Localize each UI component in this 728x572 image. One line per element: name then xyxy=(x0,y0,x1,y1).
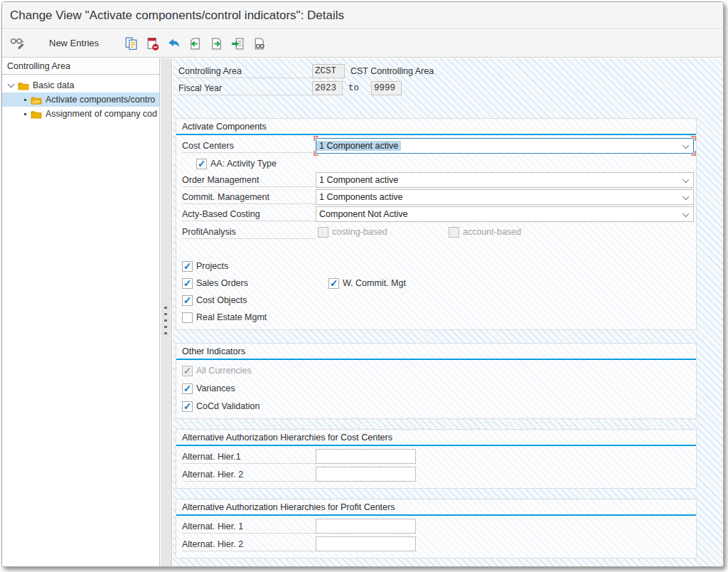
sap-window: Change View "Activate components/control… xyxy=(1,1,724,567)
copy-entry-button[interactable] xyxy=(120,33,141,54)
activate-components-group: Activate Components Cost Centers 1 Compo… xyxy=(176,118,697,330)
tree-node-label: Assignment of company cod xyxy=(46,107,157,121)
alternat-hier1-label: Alternat. Hier.1 xyxy=(182,450,316,464)
real-estate-mgmt-label: Real Estate Mgmt xyxy=(196,312,267,322)
commit-management-value: 1 Components active xyxy=(316,192,405,202)
delete-entry-icon xyxy=(145,36,160,51)
splitter-grip-icon[interactable] xyxy=(164,307,167,338)
focus-corner xyxy=(314,136,318,141)
alt-auth-cost-centers-group: Alternative Authorization Hierarchies fo… xyxy=(176,429,697,489)
aa-activity-type-checkbox[interactable]: ✓ xyxy=(196,159,207,169)
sales-orders-label: Sales Orders xyxy=(196,278,248,288)
cost-centers-select[interactable]: 1 Component active xyxy=(316,138,694,154)
next-entry-icon xyxy=(209,36,224,51)
variances-checkbox[interactable]: ✓ xyxy=(182,383,193,394)
title-bar: Change View "Activate components/control… xyxy=(2,2,723,29)
tree-node-label: Activate components/contro xyxy=(46,92,155,107)
group-title-rule xyxy=(176,134,696,135)
account-based-checkbox xyxy=(449,227,459,238)
commit-management-select[interactable]: 1 Components active xyxy=(316,189,694,205)
real-estate-mgmt-checkbox[interactable] xyxy=(182,312,193,323)
cost-objects-checkbox[interactable]: ✓ xyxy=(182,295,193,306)
all-currencies-checkbox: ✓ xyxy=(182,366,193,376)
chevron-down-icon xyxy=(682,176,689,183)
display-change-toggle-button[interactable] xyxy=(6,33,28,54)
controlling-area-description: CST Controlling Area xyxy=(350,64,434,78)
delete-entry-button[interactable] xyxy=(141,33,163,54)
order-management-label: Order Management xyxy=(182,173,316,187)
acty-based-costing-label: Acty-Based Costing xyxy=(182,207,316,221)
group-title: Alternative Authorization Hierarchies fo… xyxy=(182,501,395,514)
projects-checkbox[interactable]: ✓ xyxy=(182,261,193,272)
chevron-down-icon xyxy=(682,142,689,149)
bullet-icon xyxy=(24,99,26,101)
aa-activity-type-label: AA: Activity Type xyxy=(210,159,277,169)
focus-corner xyxy=(691,151,696,156)
alternat-hier2-label: Alternat. Hier. 2 xyxy=(182,537,316,551)
bullet-icon xyxy=(24,113,26,115)
cocd-validation-checkbox[interactable]: ✓ xyxy=(182,401,193,412)
new-entries-button[interactable]: New Entries xyxy=(41,33,107,54)
group-title: Other Indicators xyxy=(182,345,245,358)
acty-based-costing-select[interactable]: Component Not Active xyxy=(316,206,694,222)
cost-centers-value: 1 Component active xyxy=(316,141,401,151)
cost-objects-label: Cost Objects xyxy=(196,295,247,305)
controlling-area-label: Controlling Area xyxy=(178,64,312,78)
previous-entry-button[interactable] xyxy=(184,33,205,54)
alternat-hier2-input[interactable] xyxy=(316,536,416,551)
costing-based-checkbox xyxy=(318,227,328,238)
tree-node-assignment-company-codes[interactable]: Assignment of company cod xyxy=(2,107,159,121)
undo-button[interactable] xyxy=(163,33,184,54)
account-based-label: account-based xyxy=(463,227,521,237)
alternat-hier2-input[interactable] xyxy=(316,467,416,482)
display-entry-icon xyxy=(252,36,267,51)
display-entry-button[interactable] xyxy=(248,33,269,54)
tree-header: Controlling Area xyxy=(2,58,159,75)
fiscal-year-label: Fiscal Year xyxy=(178,81,312,95)
group-title-rule xyxy=(176,445,696,446)
tree-node-activate-components[interactable]: Activate components/contro xyxy=(2,92,159,107)
focus-corner xyxy=(691,136,696,141)
projects-label: Projects xyxy=(196,261,228,271)
group-title: Activate Components xyxy=(182,120,267,133)
alternat-hier1-label: Alternat. Hier. 1 xyxy=(182,519,316,534)
fiscal-year-from-field: 2023 xyxy=(312,81,343,95)
alt-auth-profit-centers-group: Alternative Authorization Hierarchies fo… xyxy=(176,499,697,558)
open-folder-icon xyxy=(31,95,42,105)
previous-entry-icon xyxy=(188,36,203,51)
other-indicators-group: Other Indicators ✓ All Currencies ✓ Vari… xyxy=(176,343,697,419)
cocd-validation-label: CoCd Validation xyxy=(196,401,259,411)
navigation-tree-panel: Controlling Area Basic data Activate com… xyxy=(2,58,160,566)
display-change-toggle-icon xyxy=(10,36,25,51)
all-currencies-label: All Currencies xyxy=(196,366,252,376)
panel-splitter[interactable] xyxy=(161,58,172,566)
details-panel: Controlling Area ZCST CST Controlling Ar… xyxy=(173,58,723,566)
fiscal-year-to-field: 9999 xyxy=(371,81,402,95)
order-management-select[interactable]: 1 Component active xyxy=(316,172,694,188)
acty-based-costing-value: Component Not Active xyxy=(316,209,410,219)
folder-icon xyxy=(31,110,42,119)
tree-node-basic-data[interactable]: Basic data xyxy=(2,78,159,92)
alternat-hier1-input[interactable] xyxy=(316,519,416,534)
chevron-down-icon xyxy=(682,211,689,217)
commit-management-label: Commit. Management xyxy=(182,190,316,204)
focus-corner xyxy=(314,151,318,156)
chevron-down-icon xyxy=(682,194,689,200)
select-entry-icon xyxy=(230,36,245,51)
undo-icon xyxy=(166,36,181,51)
controlling-area-field: ZCST xyxy=(312,64,345,78)
group-title-rule xyxy=(176,514,696,516)
profit-analysis-label: ProfitAnalysis xyxy=(182,225,316,239)
costing-based-label: costing-based xyxy=(332,227,387,237)
fiscal-year-to-label: to xyxy=(348,81,359,95)
chevron-down-icon[interactable] xyxy=(8,82,15,89)
alternat-hier1-input[interactable] xyxy=(316,449,416,464)
sales-orders-checkbox[interactable]: ✓ xyxy=(182,278,193,289)
cost-centers-label: Cost Centers xyxy=(182,139,316,153)
page-title: Change View "Activate components/control… xyxy=(10,2,344,29)
w-commit-mgt-checkbox[interactable]: ✓ xyxy=(328,278,339,289)
select-entry-button[interactable] xyxy=(227,33,248,54)
tree-node-label: Basic data xyxy=(33,78,74,92)
next-entry-button[interactable] xyxy=(205,33,227,54)
copy-entry-icon xyxy=(124,36,139,51)
